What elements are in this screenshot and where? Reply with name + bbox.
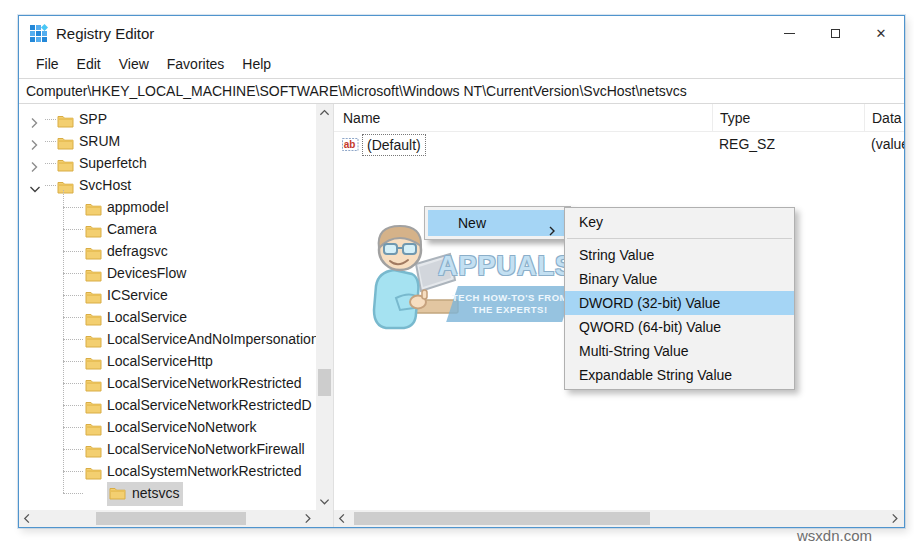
tree-connector	[63, 295, 83, 296]
tree-connector	[63, 317, 83, 318]
menubar: FileEditViewFavoritesHelp	[19, 50, 904, 78]
scrollbar-thumb[interactable]	[354, 512, 650, 525]
submenu-item-dword-32-bit-value[interactable]: DWORD (32-bit) Value	[565, 291, 794, 315]
scrollbar-thumb[interactable]	[96, 512, 246, 525]
submenu-item-qword-64-bit-value[interactable]: QWORD (64-bit) Value	[565, 315, 794, 339]
tree-item-label: LocalService	[107, 306, 187, 328]
site-credit: wsxdn.com	[797, 527, 872, 544]
scrollbar-corner	[316, 510, 333, 527]
folder-icon	[109, 487, 126, 503]
tree-item-label: LocalServiceAndNoImpersonation	[107, 328, 317, 350]
submenu-arrow-icon	[547, 218, 557, 244]
maximize-icon[interactable]	[812, 16, 858, 50]
tree-item-label: SRUM	[79, 130, 120, 152]
tree-connector	[63, 361, 83, 362]
submenu-item-multi-string-value[interactable]: Multi-String Value	[565, 339, 794, 363]
svg-text:ab: ab	[344, 139, 356, 150]
tree-item-Superfetch[interactable]: Superfetch	[19, 152, 317, 174]
tree-item-label: LocalServiceNoNetworkFirewall	[107, 438, 305, 460]
window-title: Registry Editor	[56, 25, 154, 42]
value-type: REG_SZ	[719, 134, 775, 156]
submenu-item-expandable-string-value[interactable]: Expandable String Value	[565, 363, 794, 387]
menu-file[interactable]: File	[27, 52, 68, 76]
submenu-item-binary-value[interactable]: Binary Value	[565, 267, 794, 291]
string-value-icon: ab	[342, 137, 362, 159]
tree-item-label: LocalSystemNetworkRestricted	[107, 460, 302, 482]
context-menu-item-new-label: New	[458, 215, 486, 231]
tree-item-label: SPP	[79, 108, 107, 130]
menu-separator	[565, 234, 794, 243]
tree-connector	[45, 119, 56, 120]
chevron-down-icon[interactable]	[29, 179, 41, 191]
tree-connector	[63, 229, 83, 230]
tree-item-label: defragsvc	[107, 240, 168, 262]
values-horizontal-scrollbar[interactable]	[334, 510, 904, 527]
registry-tree-pane: SPP SRUM Superfetch SvcHost appmodel Cam…	[19, 104, 334, 527]
scroll-right-icon[interactable]	[887, 510, 904, 527]
context-menu: New	[424, 206, 571, 240]
tree-connector	[63, 383, 83, 384]
menu-help[interactable]: Help	[233, 52, 280, 76]
titlebar: Registry Editor ✕	[19, 16, 904, 50]
tree-item-SRUM[interactable]: SRUM	[19, 130, 317, 152]
registry-editor-app-icon	[29, 24, 48, 42]
list-header: Name Type Data	[334, 104, 904, 132]
tree-item-label: SvcHost	[79, 174, 131, 196]
tree-item-label: LocalServiceNetworkRestrictedD	[107, 394, 312, 416]
tree-connector	[45, 141, 56, 142]
chevron-right-icon[interactable]	[29, 157, 41, 169]
scroll-down-icon[interactable]	[316, 493, 333, 510]
value-row-default[interactable]: ab (Default) REG_SZ (value not set)	[334, 134, 904, 156]
tree-item-label: LocalServiceHttp	[107, 350, 213, 372]
minimize-icon[interactable]	[766, 16, 812, 50]
scroll-left-icon[interactable]	[334, 510, 351, 527]
scroll-right-icon[interactable]	[300, 510, 317, 527]
tree-connector	[63, 493, 83, 494]
column-header-type[interactable]: Type	[712, 104, 864, 132]
chevron-right-icon[interactable]	[29, 135, 41, 147]
column-header-data[interactable]: Data	[864, 104, 904, 132]
tree-connector	[63, 471, 83, 472]
context-menu-item-new[interactable]: New	[428, 210, 567, 236]
new-submenu: KeyString ValueBinary ValueDWORD (32-bit…	[564, 207, 795, 390]
tree-connector	[63, 405, 83, 406]
tree-item-label: ICService	[107, 284, 168, 306]
tree-vertical-scrollbar[interactable]	[316, 104, 333, 510]
address-bar[interactable]: Computer\HKEY_LOCAL_MACHINE\SOFTWARE\Mic…	[19, 78, 904, 104]
tree-connector	[63, 207, 83, 208]
tree-item-label: Camera	[107, 218, 157, 240]
scroll-up-icon[interactable]	[316, 104, 333, 121]
tree-item-label: netsvcs	[132, 485, 179, 501]
close-icon[interactable]: ✕	[858, 16, 904, 50]
menu-view[interactable]: View	[110, 52, 158, 76]
submenu-item-key[interactable]: Key	[565, 210, 794, 234]
tree-item-label: LocalServiceNetworkRestricted	[107, 372, 302, 394]
tree-item-label: LocalServiceNoNetwork	[107, 416, 256, 438]
address-path: Computer\HKEY_LOCAL_MACHINE\SOFTWARE\Mic…	[26, 83, 687, 99]
tree-connector	[45, 163, 56, 164]
submenu-item-string-value[interactable]: String Value	[565, 243, 794, 267]
menu-edit[interactable]: Edit	[68, 52, 110, 76]
tree-connector	[45, 185, 56, 186]
caption-buttons: ✕	[766, 16, 904, 50]
tree-item-label: DevicesFlow	[107, 262, 186, 284]
tree-connector	[63, 251, 83, 252]
tree-connector	[63, 339, 83, 340]
tree-connector	[63, 449, 83, 450]
tree-item-selected[interactable]: netsvcs	[107, 482, 183, 506]
tree-item-SPP[interactable]: SPP	[19, 108, 317, 130]
page: Registry Editor ✕ FileEditViewFavoritesH…	[0, 0, 914, 545]
tree-viewport: SPP SRUM Superfetch SvcHost appmodel Cam…	[19, 104, 317, 510]
tree-horizontal-scrollbar[interactable]	[19, 510, 317, 527]
tree-connector	[63, 273, 83, 274]
chevron-right-icon[interactable]	[29, 113, 41, 125]
scroll-left-icon[interactable]	[19, 510, 36, 527]
value-name[interactable]: (Default)	[362, 134, 426, 156]
column-header-name[interactable]: Name	[334, 104, 712, 132]
tree-connector	[63, 427, 83, 428]
value-data: (value not set)	[871, 134, 904, 156]
tree-connector-line	[63, 190, 64, 493]
scrollbar-thumb[interactable]	[318, 369, 331, 396]
menu-favorites[interactable]: Favorites	[158, 52, 234, 76]
tree-item-label: appmodel	[107, 196, 169, 218]
